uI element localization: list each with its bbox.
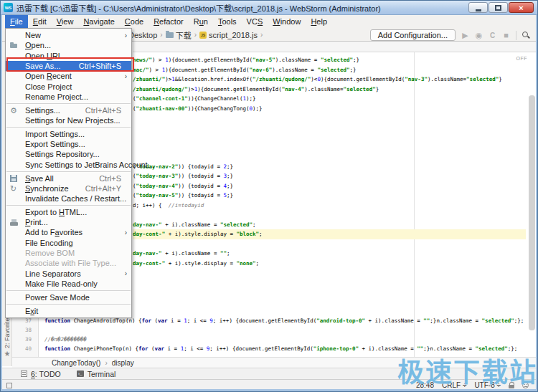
- minimize-button[interactable]: [468, 2, 488, 13]
- menu-item-label: Line Separators: [25, 269, 121, 278]
- breadcrumb-label: script_2018.js: [209, 31, 258, 39]
- code-line[interactable]: [44, 326, 524, 335]
- stop-icon[interactable]: ■: [501, 31, 511, 39]
- menu-navigate[interactable]: Navigate: [78, 15, 119, 28]
- menu-item-power-save-mode[interactable]: Power Save Mode: [6, 292, 131, 302]
- code-line[interactable]: [133, 239, 502, 249]
- line-number-gutter: 37383940: [12, 317, 39, 357]
- code-line[interactable]: /zhuanti/qudong/")>1){document.getElemen…: [133, 85, 502, 95]
- code-line[interactable]: d; i++) { //i=todayid: [133, 201, 502, 211]
- menu-window[interactable]: Window: [268, 15, 306, 28]
- menu-item-make-file-read-only[interactable]: Make File Read-only: [6, 279, 131, 289]
- menu-item-print[interactable]: Print...: [6, 217, 131, 227]
- menu-refactor[interactable]: Refactor: [148, 15, 189, 28]
- code-line[interactable]: ("today-nav-5")) {todayid = 5;}: [133, 191, 502, 201]
- menu-item-open-recent[interactable]: Open Recent›: [6, 71, 131, 81]
- code-fragments: news/") > 1){document.getElementById("na…: [133, 55, 502, 268]
- webstorm-app-icon: WS: [4, 3, 13, 12]
- minimize-icon: [476, 9, 481, 11]
- code-line[interactable]: ("zhuanti-nav-00")){ChangeChangTong(0);}: [133, 104, 502, 114]
- breadcrumb-item-desktop[interactable]: Desktop: [128, 31, 157, 39]
- editor-scrollbar[interactable]: [529, 95, 535, 330]
- menu-item-settings-for-new-projects[interactable]: Settings for New Projects...: [6, 115, 131, 125]
- code-line[interactable]: news/") > 1){document.getElementById("na…: [133, 55, 502, 65]
- code-line[interactable]: [133, 123, 502, 133]
- menu-separator: [6, 103, 131, 104]
- menu-edit[interactable]: Edit: [28, 15, 52, 28]
- code-line[interactable]: ("today-nav-4")) {todayid = 4;}: [133, 181, 502, 191]
- menu-item-export-settings[interactable]: Export Settings...: [6, 139, 131, 149]
- coverage-icon[interactable]: C: [488, 32, 497, 39]
- menu-item-open[interactable]: Open...: [6, 40, 131, 50]
- tool-window-label: 6: TODO: [31, 370, 61, 378]
- menu-item-settings-repository[interactable]: Settings Repository...: [6, 149, 131, 159]
- run-icon[interactable]: ▶: [461, 31, 470, 40]
- tool-window-toggle-icon[interactable]: [6, 383, 12, 388]
- code-line[interactable]: ("today-nav-3")) {todayid = 3;}: [133, 171, 502, 181]
- menu-item-label: Settings Repository...: [25, 150, 121, 158]
- menu-run[interactable]: Run: [189, 15, 213, 28]
- code-line[interactable]: [133, 113, 502, 123]
- menu-item-label: Sync Settings to JetBrains Account...: [25, 161, 154, 169]
- title-bar: WS 迅雷下载 [C:\迅雷下载] - C:\Users\Administrat…: [1, 1, 537, 15]
- menu-item-associate-with-file-type[interactable]: Associate with File Type...: [6, 258, 131, 268]
- menu-item-line-separators[interactable]: Line Separators›: [6, 269, 131, 279]
- menu-item-label: Import Settings...: [25, 130, 121, 138]
- code-line[interactable]: day-nav-" + i).className = "";: [133, 249, 502, 259]
- menu-item-invalidate-caches-restart[interactable]: Invalidate Caches / Restart...: [6, 193, 131, 204]
- js-file-icon: JS: [199, 32, 207, 39]
- menu-item-close-project[interactable]: Close Project: [6, 81, 131, 91]
- menu-item-label: Save All: [25, 174, 92, 183]
- menu-item-export-to-html[interactable]: Export to HTML...: [6, 207, 131, 217]
- sidebar-item-favorites[interactable]: 2: Favorites ★: [2, 315, 12, 366]
- code-line[interactable]: [133, 143, 502, 153]
- tool-window-button-6-todo[interactable]: 6: TODO: [21, 370, 61, 378]
- menu-item-synchronize[interactable]: ↻SynchronizeCtrl+Alt+Y: [6, 183, 131, 193]
- breadcrumb-item-script-2018-js[interactable]: JSscript_2018.js: [199, 31, 258, 39]
- editor-tab-strip: [133, 42, 536, 52]
- code-line[interactable]: ("today-nav-2")) {todayid = 2;}: [133, 162, 502, 172]
- breadcrumb-separator: ›: [260, 31, 263, 39]
- code-line[interactable]: /zhuanti/")>1&&location.href.indexOf("/z…: [133, 75, 502, 85]
- code-line[interactable]: [133, 210, 502, 220]
- maximize-button[interactable]: [489, 2, 508, 13]
- menu-item-file-encoding[interactable]: File Encoding: [6, 238, 131, 248]
- settings-icon: ⚙: [10, 106, 19, 115]
- search-icon[interactable]: [522, 31, 530, 39]
- code-line[interactable]: [133, 152, 502, 162]
- menu-help[interactable]: Help: [306, 15, 332, 28]
- menu-vcs[interactable]: VCS: [242, 15, 268, 28]
- code-line[interactable]: ("channel-cont-1")){ChangeChannel(1);}: [133, 94, 502, 104]
- code-line[interactable]: day-nav-" + i).className = "selected";: [133, 220, 502, 230]
- menu-item-import-settings[interactable]: Import Settings...: [6, 129, 131, 139]
- menu-item-new[interactable]: New›: [6, 30, 131, 40]
- code-line[interactable]: //�π�2�������: [44, 335, 524, 345]
- menu-item-label: Export Settings...: [25, 140, 121, 148]
- menu-item-label: Settings...: [25, 106, 78, 115]
- menu-item-remove-bom[interactable]: Remove BOM: [6, 248, 131, 258]
- menu-item-save-all[interactable]: Save AllCtrl+S: [6, 173, 131, 183]
- debug-icon[interactable]: ◉: [474, 31, 483, 40]
- menu-item-label: Open Recent: [25, 72, 121, 80]
- code-line[interactable]: day-cont-" + i).style.display = "none";: [133, 259, 502, 269]
- menu-item-settings[interactable]: ⚙Settings...Ctrl+Alt+S: [6, 105, 131, 115]
- menu-code[interactable]: Code: [120, 15, 148, 28]
- menu-item-rename-project[interactable]: Rename Project...: [6, 92, 131, 102]
- add-configuration-button[interactable]: Add Configuration...: [370, 29, 456, 41]
- breadcrumb-item-下载[interactable]: 下载: [166, 29, 192, 41]
- breadcrumb-member[interactable]: display: [112, 359, 134, 367]
- code-line[interactable]: mac/") > 1){document.getElementById("nav…: [133, 65, 502, 75]
- menu-tools[interactable]: Tools: [213, 15, 242, 28]
- code-line[interactable]: [133, 133, 502, 143]
- menu-file[interactable]: File: [5, 15, 28, 28]
- close-button[interactable]: ×: [509, 2, 534, 13]
- menu-item-label: Exit: [25, 307, 121, 315]
- menu-item-sync-settings-to-jetbrains-account[interactable]: Sync Settings to JetBrains Account...: [6, 160, 131, 170]
- breadcrumb-scope[interactable]: ChangeToday(): [52, 359, 100, 367]
- menu-item-add-to-favorites[interactable]: Add to Favorites›: [6, 227, 131, 237]
- code-line[interactable]: function ChangeAndroidTop(n) {for (var i…: [44, 317, 524, 326]
- tool-window-button-terminal[interactable]: ›_Terminal: [77, 370, 116, 378]
- code-line[interactable]: day-cont-" + i).style.display = "block";: [133, 229, 502, 239]
- menu-view[interactable]: View: [52, 15, 79, 28]
- menu-item-exit[interactable]: Exit: [6, 305, 131, 315]
